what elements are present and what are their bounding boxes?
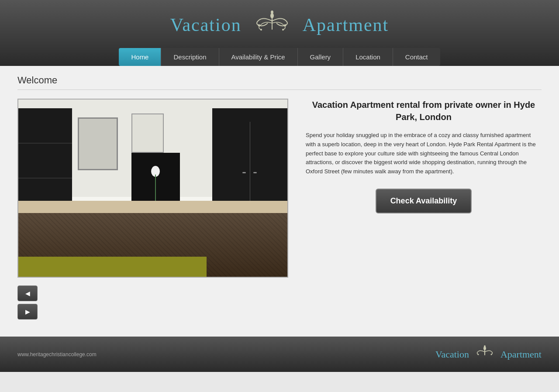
title-left: Vacation [170,14,242,35]
image-navigation: ◀ ▶ [17,285,38,320]
apartment-description: Spend your holiday snuggled up in the em… [306,131,542,176]
main-content: ◀ ▶ In the bedroom of the Hyde Park Rent… [17,99,542,320]
svg-point-10 [477,354,479,355]
prev-image-button[interactable]: ◀ [17,285,38,301]
welcome-heading: Welcome [17,75,542,90]
nav-gallery[interactable]: Gallery [298,48,344,66]
svg-point-5 [260,29,262,31]
footer-title-right: Apartment [500,349,542,360]
nav-contact[interactable]: Contact [393,48,440,66]
site-header: Vacation [0,0,559,66]
svg-point-3 [258,24,260,27]
svg-point-6 [282,29,284,31]
title-ornament [246,8,298,42]
flower-decoration [147,166,164,201]
right-column: Vacation Apartment rental from private o… [301,99,542,213]
content-area: Welcome [0,66,559,337]
main-nav: Home Description Availability & Price Ga… [0,48,559,66]
site-footer: www.heritagechristiancollege.com Vacatio… [0,337,559,372]
title-right: Apartment [303,14,389,35]
footer-logo: Vacation Apartment [435,345,542,363]
left-column: ◀ ▶ In the bedroom of the Hyde Park Rent… [17,99,288,320]
caption-row: ◀ ▶ In the bedroom of the Hyde Park Rent… [17,281,288,320]
nav-home[interactable]: Home [119,48,161,66]
nav-description[interactable]: Description [161,48,219,66]
footer-url: www.heritagechristiancollege.com [17,351,97,358]
footer-ornament [472,345,498,363]
svg-point-2 [271,10,273,14]
svg-point-4 [284,24,286,27]
next-image-button[interactable]: ▶ [17,304,38,320]
footer-title-left: Vacation [435,349,469,360]
mirror [78,117,118,171]
room-scene [18,100,287,277]
apartment-title: Vacation Apartment rental from private o… [306,99,542,123]
nav-availability[interactable]: Availability & Price [219,48,298,66]
check-availability-button[interactable]: Check Availability [376,189,472,213]
bed [18,197,287,277]
site-logo: Vacation [0,8,559,42]
svg-point-11 [490,354,492,355]
artwork [131,113,164,152]
bed-accent [18,257,207,277]
apartment-image [17,99,288,278]
nav-location[interactable]: Location [343,48,393,66]
svg-point-9 [484,345,486,348]
